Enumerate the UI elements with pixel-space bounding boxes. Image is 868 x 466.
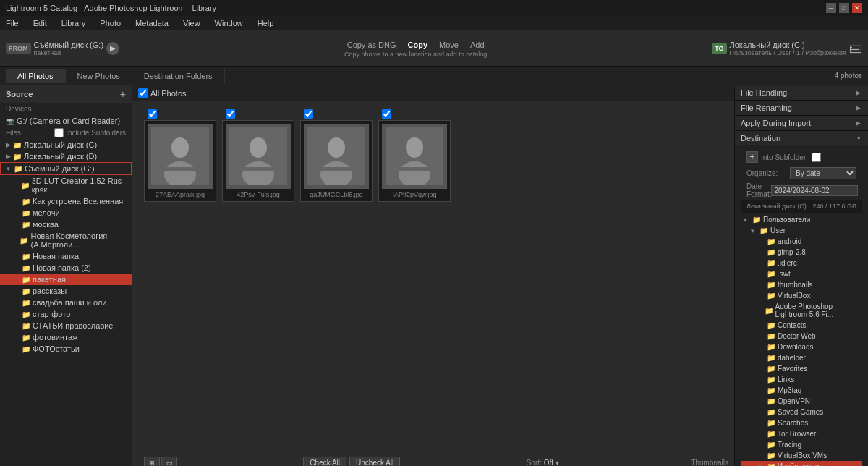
- organize-select[interactable]: By date Into one folder: [790, 167, 856, 179]
- copy-action-copy-as-dng[interactable]: Copy as DNG: [344, 39, 399, 51]
- tree-item[interactable]: 📁фотовинтаж: [0, 331, 132, 343]
- tree-item[interactable]: ▾ 📁Съёмный диск (G:): [0, 162, 132, 175]
- photo-card[interactable]: 27AEAApraik.jpg: [144, 120, 216, 202]
- photo-wrapper[interactable]: IAPfI2pVqw.jpg: [378, 109, 451, 202]
- dest-tree-item[interactable]: 📁VirtualBox VMs: [741, 450, 862, 461]
- menu-item-metadata[interactable]: Metadata: [132, 19, 171, 27]
- photo-wrapper[interactable]: 42Psv-Fuls.jpg: [222, 109, 294, 202]
- menu-item-file[interactable]: File: [3, 19, 22, 27]
- tree-item[interactable]: 📁мелочи: [0, 207, 132, 219]
- dest-tree-item[interactable]: 📁Downloads: [741, 342, 862, 352]
- tree-item[interactable]: ▶ 📁Локальный диск (D): [0, 151, 132, 162]
- dest-folder-icon: 📁: [765, 307, 773, 315]
- tree-item[interactable]: ▶ 📁Локальный диск (C): [0, 139, 132, 151]
- single-view-button[interactable]: ▭: [161, 457, 177, 467]
- maximize-button[interactable]: □: [839, 3, 849, 13]
- check-all-button[interactable]: Check All: [303, 457, 346, 466]
- tree-item[interactable]: 📁Новая Косметология (А.Марголи...: [0, 230, 132, 250]
- dest-tree-item[interactable]: 📁Tracing: [741, 439, 862, 450]
- menu-item-library[interactable]: Library: [59, 19, 89, 27]
- dest-tree-item[interactable]: 📁Mp3tag: [741, 385, 862, 396]
- copy-action-copy[interactable]: Copy: [405, 39, 431, 51]
- add-subfolder-button[interactable]: +: [746, 151, 758, 163]
- dest-tree-item[interactable]: 📁Contacts: [741, 320, 862, 331]
- drive-name: Локальный диск (C): [746, 203, 807, 210]
- dest-tree-item[interactable]: 📁dahelper: [741, 352, 862, 363]
- photo-card[interactable]: 42Psv-Fuls.jpg: [222, 120, 294, 202]
- photo-checkbox[interactable]: [382, 109, 391, 119]
- dest-toggle-icon[interactable]: ▾: [744, 216, 752, 224]
- tree-item[interactable]: 📁стар-фото: [0, 308, 132, 320]
- dest-tree-item[interactable]: 📁Tor Browser: [741, 428, 862, 439]
- tree-item[interactable]: 📁ФОТОстатьи: [0, 343, 132, 355]
- tree-item[interactable]: 📁свадьба паши и оли: [0, 297, 132, 308]
- date-format-input[interactable]: [771, 185, 858, 196]
- right-section-header[interactable]: File Renaming ▶: [735, 101, 868, 115]
- from-arrow-button[interactable]: ▶: [106, 42, 119, 55]
- include-subfolders-checkbox[interactable]: [54, 128, 64, 137]
- photo-wrapper[interactable]: 27AEAApraik.jpg: [144, 109, 216, 202]
- dest-tree-item[interactable]: 📁thumbnails: [741, 279, 862, 290]
- dest-tree-item[interactable]: 📁Links: [741, 374, 862, 385]
- tree-toggle-icon[interactable]: ▶: [6, 153, 13, 160]
- tree-item[interactable]: 📁Как устроена Вселенная: [0, 195, 132, 207]
- dest-tree-item[interactable]: 📁.swt: [741, 268, 862, 279]
- dest-toggle-icon[interactable]: ▾: [751, 227, 760, 234]
- into-subfolder-checkbox[interactable]: [812, 153, 821, 162]
- tree-item[interactable]: 📁Новая папка: [0, 250, 132, 262]
- dest-tree-item[interactable]: ▾ 📁User: [741, 225, 862, 236]
- dest-tree-item[interactable]: 📁android: [741, 236, 862, 247]
- tree-item[interactable]: 📁москва: [0, 219, 132, 230]
- tree-item[interactable]: 📁Новая папка (2): [0, 262, 132, 274]
- tab-new-photos[interactable]: New Photos: [66, 69, 132, 83]
- photo-checkbox[interactable]: [148, 109, 157, 119]
- tree-item[interactable]: 📁пакетная: [0, 274, 132, 285]
- tab-all-photos[interactable]: All Photos: [6, 69, 66, 83]
- dest-tree-item[interactable]: 📁Favorites: [741, 363, 862, 374]
- menu-item-view[interactable]: View: [180, 19, 203, 27]
- dest-tree-item[interactable]: 📁gimp-2.8: [741, 247, 862, 258]
- dest-toggle-icon[interactable]: ▾: [758, 463, 767, 467]
- include-subfolders-label[interactable]: Include Subfolders: [54, 128, 126, 137]
- dest-tree-item[interactable]: 📁VirtualBox: [741, 290, 862, 301]
- dest-tree-item[interactable]: 📁OpenVPN: [741, 396, 862, 407]
- dest-tree-item[interactable]: 📁Doctor Web: [741, 331, 862, 342]
- photo-wrapper[interactable]: gaJUMGCLbl6.jpg: [300, 109, 373, 202]
- tab-destination-folders[interactable]: Destination Folders: [132, 69, 225, 83]
- dest-folder-icon: 📁: [767, 332, 775, 340]
- photo-checkbox[interactable]: [304, 109, 313, 119]
- tree-toggle-icon[interactable]: ▾: [7, 165, 14, 172]
- photo-checkbox[interactable]: [226, 109, 235, 119]
- close-button[interactable]: ✕: [852, 3, 862, 13]
- right-section-header[interactable]: File Handling ▶: [735, 85, 868, 100]
- photo-card[interactable]: IAPfI2pVqw.jpg: [378, 120, 451, 202]
- dest-tree-item[interactable]: 📁.idlerc: [741, 258, 862, 268]
- dest-tree-item[interactable]: 📁Saved Games: [741, 407, 862, 418]
- add-source-button[interactable]: +: [120, 88, 126, 100]
- photo-filename: IAPfI2pVqw.jpg: [382, 191, 447, 198]
- dest-tree-item[interactable]: ▾ 📁Изображения: [741, 461, 862, 466]
- tree-item[interactable]: 📁3D LUT Creator 1.52 Rus кряк: [0, 175, 132, 195]
- menu-item-edit[interactable]: Edit: [30, 19, 50, 27]
- copy-action-move[interactable]: Move: [436, 39, 461, 51]
- dest-tree-item[interactable]: 📁Searches: [741, 418, 862, 428]
- menu-item-help[interactable]: Help: [255, 19, 277, 27]
- sort-chevron-icon[interactable]: ▾: [556, 459, 559, 466]
- menu-item-window[interactable]: Window: [212, 19, 246, 27]
- dest-tree-item[interactable]: ▾ 📁Пользователи: [741, 214, 862, 225]
- uncheck-all-button[interactable]: Uncheck All: [349, 457, 400, 466]
- right-section-header[interactable]: Apply During Import ▶: [735, 116, 868, 130]
- select-all-checkbox[interactable]: [138, 88, 148, 98]
- device-item[interactable]: 📷G:/ (Camera or Card Reader): [0, 115, 132, 127]
- tree-item[interactable]: 📁рассказы: [0, 285, 132, 297]
- photo-card[interactable]: gaJUMGCLbl6.jpg: [300, 120, 373, 202]
- menu-item-photo[interactable]: Photo: [97, 19, 124, 27]
- tree-toggle-icon[interactable]: ▶: [6, 141, 13, 148]
- dest-tree-item[interactable]: 📁Adobe Photoshop Lightroom 5.6 Fi...: [741, 301, 862, 320]
- minimize-button[interactable]: ─: [826, 3, 836, 13]
- dest-item-label: Links: [778, 376, 794, 384]
- destination-section-header[interactable]: Destination ▾: [735, 131, 868, 145]
- grid-view-button[interactable]: ⊞: [144, 457, 160, 467]
- tree-item[interactable]: 📁СТАТЬИ православие: [0, 320, 132, 331]
- copy-action-add[interactable]: Add: [467, 39, 488, 51]
